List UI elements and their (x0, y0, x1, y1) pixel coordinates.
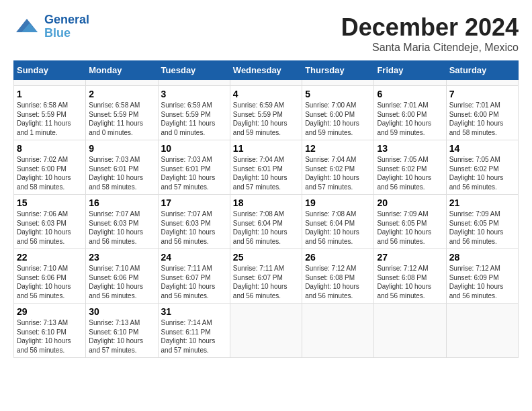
table-row: 22 Sunrise: 7:10 AM Sunset: 6:06 PM Dayl… (14, 249, 86, 304)
col-friday: Friday (374, 61, 446, 80)
day-info: Sunrise: 7:12 AM Sunset: 6:08 PM Dayligh… (305, 264, 371, 300)
day-info: Sunrise: 7:11 AM Sunset: 6:07 PM Dayligh… (161, 264, 227, 300)
table-row: 24 Sunrise: 7:11 AM Sunset: 6:07 PM Dayl… (158, 249, 230, 304)
day-number: 11 (233, 143, 299, 154)
calendar-week-row (14, 80, 519, 86)
day-info: Sunrise: 7:04 AM Sunset: 6:01 PM Dayligh… (233, 155, 299, 191)
table-row (302, 304, 374, 358)
table-row: 13 Sunrise: 7:05 AM Sunset: 6:02 PM Dayl… (374, 140, 446, 195)
day-number: 1 (17, 89, 83, 99)
day-number: 25 (233, 252, 299, 263)
table-row: 5 Sunrise: 7:00 AM Sunset: 6:00 PM Dayli… (302, 86, 374, 140)
day-info: Sunrise: 7:07 AM Sunset: 6:03 PM Dayligh… (89, 210, 154, 246)
calendar-table: Sunday Monday Tuesday Wednesday Thursday… (13, 60, 519, 358)
day-number: 29 (17, 306, 83, 317)
day-number: 10 (161, 143, 227, 154)
day-info: Sunrise: 7:02 AM Sunset: 6:00 PM Dayligh… (17, 155, 83, 191)
day-info: Sunrise: 7:06 AM Sunset: 6:03 PM Dayligh… (17, 210, 83, 246)
table-row: 1 Sunrise: 6:58 AM Sunset: 5:59 PM Dayli… (14, 86, 86, 140)
table-row: 25 Sunrise: 7:11 AM Sunset: 6:07 PM Dayl… (230, 249, 302, 304)
table-row (230, 304, 302, 358)
day-number: 23 (89, 252, 154, 263)
table-row: 15 Sunrise: 7:06 AM Sunset: 6:03 PM Dayl… (14, 195, 86, 249)
day-number: 31 (161, 306, 227, 317)
day-number: 19 (305, 197, 371, 208)
col-tuesday: Tuesday (158, 61, 230, 80)
table-row: 18 Sunrise: 7:08 AM Sunset: 6:04 PM Dayl… (230, 195, 302, 249)
page-header: General Blue December 2024 Santa Maria C… (13, 13, 519, 54)
day-number: 30 (89, 306, 154, 317)
table-row: 12 Sunrise: 7:04 AM Sunset: 6:02 PM Dayl… (302, 140, 374, 195)
table-row: 26 Sunrise: 7:12 AM Sunset: 6:08 PM Dayl… (302, 249, 374, 304)
day-info: Sunrise: 7:07 AM Sunset: 6:03 PM Dayligh… (161, 210, 227, 246)
table-row: 3 Sunrise: 6:59 AM Sunset: 5:59 PM Dayli… (158, 86, 230, 140)
table-row: 30 Sunrise: 7:13 AM Sunset: 6:10 PM Dayl… (86, 304, 158, 358)
table-row: 10 Sunrise: 7:03 AM Sunset: 6:01 PM Dayl… (158, 140, 230, 195)
col-monday: Monday (86, 61, 158, 80)
day-info: Sunrise: 7:03 AM Sunset: 6:01 PM Dayligh… (161, 155, 227, 191)
day-number: 16 (89, 197, 154, 208)
calendar-header-row: Sunday Monday Tuesday Wednesday Thursday… (14, 61, 519, 80)
day-number: 18 (233, 197, 299, 208)
day-number: 6 (377, 89, 443, 99)
table-row: 21 Sunrise: 7:09 AM Sunset: 6:05 PM Dayl… (446, 195, 518, 249)
table-row (158, 80, 230, 86)
day-number: 5 (305, 89, 371, 99)
day-info: Sunrise: 7:11 AM Sunset: 6:07 PM Dayligh… (233, 264, 299, 300)
table-row: 31 Sunrise: 7:14 AM Sunset: 6:11 PM Dayl… (158, 304, 230, 358)
day-number: 27 (377, 252, 443, 263)
logo-icon (13, 13, 40, 40)
logo-text: General Blue (44, 13, 89, 40)
table-row (230, 80, 302, 86)
table-row: 8 Sunrise: 7:02 AM Sunset: 6:00 PM Dayli… (14, 140, 86, 195)
table-row (14, 80, 86, 86)
day-number: 17 (161, 197, 227, 208)
day-info: Sunrise: 6:58 AM Sunset: 5:59 PM Dayligh… (17, 101, 83, 137)
table-row (302, 80, 374, 86)
calendar-week-row: 29 Sunrise: 7:13 AM Sunset: 6:10 PM Dayl… (14, 304, 519, 358)
day-number: 13 (377, 143, 443, 154)
day-number: 14 (449, 143, 515, 154)
col-sunday: Sunday (14, 61, 86, 80)
day-info: Sunrise: 7:03 AM Sunset: 6:01 PM Dayligh… (89, 155, 154, 191)
day-info: Sunrise: 7:01 AM Sunset: 6:00 PM Dayligh… (449, 101, 515, 137)
table-row: 6 Sunrise: 7:01 AM Sunset: 6:00 PM Dayli… (374, 86, 446, 140)
day-info: Sunrise: 7:09 AM Sunset: 6:05 PM Dayligh… (377, 210, 443, 246)
calendar-week-row: 15 Sunrise: 7:06 AM Sunset: 6:03 PM Dayl… (14, 195, 519, 249)
col-thursday: Thursday (302, 61, 374, 80)
table-row: 27 Sunrise: 7:12 AM Sunset: 6:08 PM Dayl… (374, 249, 446, 304)
day-number: 4 (233, 89, 299, 99)
day-info: Sunrise: 7:10 AM Sunset: 6:06 PM Dayligh… (17, 264, 83, 300)
table-row: 2 Sunrise: 6:58 AM Sunset: 5:59 PM Dayli… (86, 86, 158, 140)
day-info: Sunrise: 6:59 AM Sunset: 5:59 PM Dayligh… (161, 101, 227, 137)
table-row: 17 Sunrise: 7:07 AM Sunset: 6:03 PM Dayl… (158, 195, 230, 249)
table-row: 28 Sunrise: 7:12 AM Sunset: 6:09 PM Dayl… (446, 249, 518, 304)
location-title: Santa Maria Citendeje, Mexico (341, 42, 519, 54)
day-number: 20 (377, 197, 443, 208)
table-row (446, 304, 518, 358)
day-info: Sunrise: 7:12 AM Sunset: 6:08 PM Dayligh… (377, 264, 443, 300)
table-row: 19 Sunrise: 7:08 AM Sunset: 6:04 PM Dayl… (302, 195, 374, 249)
day-info: Sunrise: 7:13 AM Sunset: 6:10 PM Dayligh… (89, 318, 154, 355)
day-info: Sunrise: 7:01 AM Sunset: 6:00 PM Dayligh… (377, 101, 443, 137)
logo-general: General (44, 13, 89, 26)
day-info: Sunrise: 6:58 AM Sunset: 5:59 PM Dayligh… (89, 101, 154, 137)
day-info: Sunrise: 7:05 AM Sunset: 6:02 PM Dayligh… (449, 155, 515, 191)
calendar-week-row: 8 Sunrise: 7:02 AM Sunset: 6:00 PM Dayli… (14, 140, 519, 195)
title-block: December 2024 Santa Maria Citendeje, Mex… (341, 13, 519, 54)
day-info: Sunrise: 7:12 AM Sunset: 6:09 PM Dayligh… (449, 264, 515, 300)
day-info: Sunrise: 7:10 AM Sunset: 6:06 PM Dayligh… (89, 264, 154, 300)
table-row: 23 Sunrise: 7:10 AM Sunset: 6:06 PM Dayl… (86, 249, 158, 304)
day-number: 3 (161, 89, 227, 99)
day-number: 15 (17, 197, 83, 208)
day-info: Sunrise: 6:59 AM Sunset: 5:59 PM Dayligh… (233, 101, 299, 137)
table-row: 16 Sunrise: 7:07 AM Sunset: 6:03 PM Dayl… (86, 195, 158, 249)
day-info: Sunrise: 7:08 AM Sunset: 6:04 PM Dayligh… (233, 210, 299, 246)
day-number: 21 (449, 197, 515, 208)
logo: General Blue (13, 13, 89, 40)
calendar-week-row: 22 Sunrise: 7:10 AM Sunset: 6:06 PM Dayl… (14, 249, 519, 304)
day-number: 24 (161, 252, 227, 263)
day-number: 7 (449, 89, 515, 99)
table-row: 9 Sunrise: 7:03 AM Sunset: 6:01 PM Dayli… (86, 140, 158, 195)
day-number: 8 (17, 143, 83, 154)
